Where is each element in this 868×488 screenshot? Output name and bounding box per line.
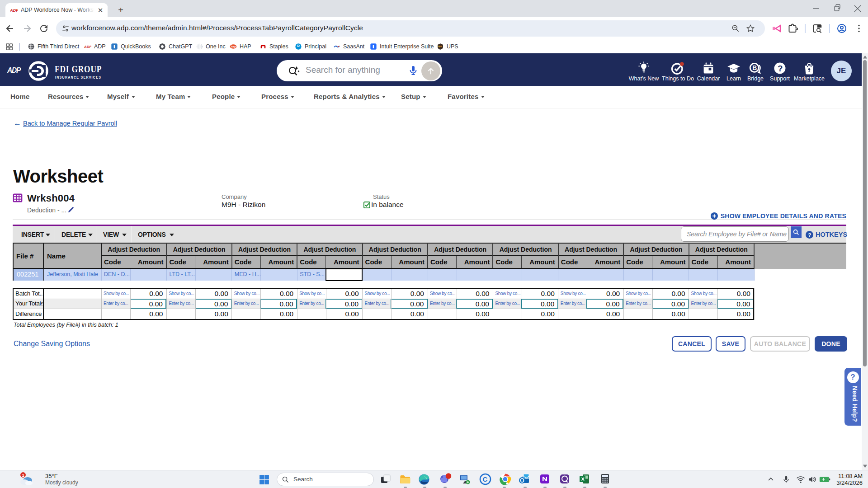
svg-text:1: 1	[22, 473, 24, 478]
svg-text:C: C	[483, 475, 488, 483]
